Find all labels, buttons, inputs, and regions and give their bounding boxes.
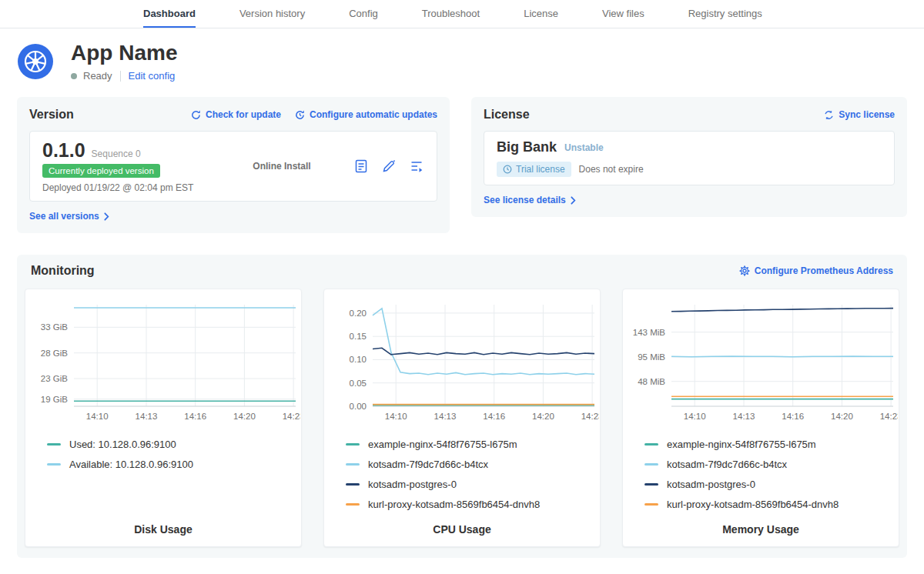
release-notes-icon[interactable] — [353, 159, 369, 174]
legend-item: kotsadm-postgres-0 — [346, 479, 600, 490]
chart-card-disk-usage: 33 GiB28 GiB23 GiB19 GiB14:1014:1314:161… — [25, 289, 302, 547]
memory-usage-chart: 143 MiB95 MiB48 MiB14:1014:1314:1614:201… — [624, 297, 898, 426]
divider — [120, 71, 121, 82]
cpu-usage-chart: 0.200.150.100.050.0014:1014:1314:1614:20… — [325, 297, 599, 426]
tab-license[interactable]: License — [524, 0, 558, 28]
see-license-details-label: See license details — [484, 195, 566, 205]
legend-swatch — [644, 443, 658, 446]
trial-license-label: Trial license — [516, 164, 565, 175]
license-type-row: Trial license Does not expire — [497, 162, 882, 177]
legend-item: kurl-proxy-kotsadm-8569fb6454-dnvh8 — [644, 499, 899, 510]
tab-view-files[interactable]: View files — [602, 0, 644, 28]
refresh-icon — [191, 110, 201, 120]
trial-license-badge: Trial license — [497, 162, 571, 177]
legend-swatch — [346, 463, 360, 466]
svg-text:14:23: 14:23 — [880, 412, 898, 421]
chevron-right-icon — [104, 212, 109, 221]
sync-license-link[interactable]: Sync license — [824, 109, 895, 120]
current-version-info: 0.1.0 Sequence 0 Currently deployed vers… — [42, 139, 210, 193]
sequence-label: Sequence 0 — [92, 149, 141, 159]
svg-text:0.20: 0.20 — [350, 309, 367, 318]
legend-label: example-nginx-54f8f76755-l675m — [368, 439, 517, 450]
legend-swatch — [644, 503, 658, 506]
version-number-row: 0.1.0 Sequence 0 — [42, 139, 210, 161]
version-card-actions: Check for update Configure automatic upd… — [191, 109, 437, 120]
legend-label: Used: 10.128.0.96:9100 — [69, 439, 176, 450]
tab-version-history[interactable]: Version history — [239, 0, 305, 28]
memory-usage-legend: example-nginx-54f8f76755-l675mkotsadm-7f… — [644, 439, 899, 510]
license-card-header: License Sync license — [484, 108, 895, 122]
legend-label: kotsadm-postgres-0 — [368, 479, 457, 490]
svg-text:143 MiB: 143 MiB — [633, 328, 666, 337]
legend-label: example-nginx-54f8f76755-l675m — [667, 439, 816, 450]
svg-text:14:13: 14:13 — [434, 412, 457, 421]
svg-text:14:20: 14:20 — [831, 412, 853, 421]
svg-text:95 MiB: 95 MiB — [638, 352, 665, 362]
monitoring-title: Monitoring — [31, 264, 95, 278]
legend-swatch — [644, 483, 658, 486]
legend-swatch — [346, 503, 360, 506]
clock-refresh-icon — [295, 110, 305, 120]
version-number: 0.1.0 — [42, 139, 85, 161]
app-title: App Name — [71, 41, 177, 65]
tab-dashboard[interactable]: Dashboard — [143, 0, 196, 28]
gear-icon — [739, 265, 750, 276]
legend-swatch — [346, 443, 360, 446]
version-card: Version Check for update Configure autom… — [17, 97, 450, 233]
deployed-timestamp: Deployed 01/19/22 @ 02:04 pm EST — [42, 182, 210, 193]
svg-text:19 GiB: 19 GiB — [41, 395, 68, 404]
top-nav: Dashboard Version history Config Trouble… — [0, 0, 924, 28]
version-card-header: Version Check for update Configure autom… — [29, 108, 437, 122]
edit-config-link[interactable]: Edit config — [129, 70, 176, 82]
app-status-label: Ready — [83, 70, 112, 82]
tab-registry-settings[interactable]: Registry settings — [688, 0, 762, 28]
svg-text:14:16: 14:16 — [782, 412, 804, 421]
configure-prometheus-label: Configure Prometheus Address — [755, 265, 893, 276]
legend-item: kotsadm-postgres-0 — [644, 479, 899, 490]
svg-text:14:10: 14:10 — [684, 412, 706, 421]
chart-title-cpu-usage: CPU Usage — [324, 516, 600, 536]
svg-text:0.10: 0.10 — [350, 355, 367, 364]
disk-usage-legend: Used: 10.128.0.96:9100Available: 10.128.… — [47, 439, 301, 470]
deploy-logs-icon[interactable] — [409, 159, 424, 174]
chart-title-disk-usage: Disk Usage — [25, 516, 301, 536]
expiration-text: Does not expire — [579, 164, 644, 175]
svg-text:14:23: 14:23 — [283, 412, 300, 421]
svg-text:33 GiB: 33 GiB — [41, 322, 68, 332]
license-card: License Sync license Big Bank Unstable — [471, 97, 907, 217]
monitoring-section: Monitoring Configure Prometheus Address … — [17, 255, 907, 558]
disk-usage-chart: 33 GiB28 GiB23 GiB19 GiB14:1014:1314:161… — [26, 297, 300, 426]
svg-text:0.15: 0.15 — [350, 332, 367, 341]
legend-item: Available: 10.128.0.96:9100 — [47, 459, 301, 470]
check-for-update-link[interactable]: Check for update — [191, 109, 281, 120]
svg-text:14:10: 14:10 — [86, 412, 109, 421]
app-status-row: Ready Edit config — [71, 70, 177, 82]
legend-item: Used: 10.128.0.96:9100 — [47, 439, 301, 450]
configure-prometheus-link[interactable]: Configure Prometheus Address — [739, 265, 893, 276]
monitoring-header: Monitoring Configure Prometheus Address — [25, 264, 899, 278]
see-license-details-link[interactable]: See license details — [484, 195, 576, 205]
configure-automatic-updates-label: Configure automatic updates — [310, 109, 437, 120]
legend-swatch — [47, 463, 61, 466]
legend-label: kurl-proxy-kotsadm-8569fb6454-dnvh8 — [368, 499, 540, 510]
legend-item: kotsadm-7f9dc7d66c-b4tcx — [346, 459, 600, 470]
svg-text:0.05: 0.05 — [350, 379, 367, 388]
preflight-checks-icon[interactable] — [381, 159, 397, 174]
version-action-icons — [353, 159, 424, 174]
svg-text:14:23: 14:23 — [581, 412, 599, 421]
license-box: Big Bank Unstable Trial license Does not… — [484, 131, 895, 185]
sync-icon — [824, 110, 834, 120]
tab-config[interactable]: Config — [349, 0, 378, 28]
chart-title-memory-usage: Memory Usage — [623, 516, 899, 536]
tab-troubleshoot[interactable]: Troubleshoot — [422, 0, 480, 28]
legend-swatch — [346, 483, 360, 486]
see-all-versions-link[interactable]: See all versions — [29, 211, 109, 222]
svg-text:0.00: 0.00 — [350, 402, 367, 411]
legend-item: example-nginx-54f8f76755-l675m — [346, 439, 600, 450]
legend-item: kotsadm-7f9dc7d66c-b4tcx — [644, 459, 899, 470]
svg-text:14:20: 14:20 — [233, 412, 256, 421]
svg-text:14:13: 14:13 — [733, 412, 755, 421]
app-title-block: App Name Ready Edit config — [71, 41, 177, 82]
license-card-title: License — [484, 108, 530, 122]
configure-automatic-updates-link[interactable]: Configure automatic updates — [295, 109, 437, 120]
